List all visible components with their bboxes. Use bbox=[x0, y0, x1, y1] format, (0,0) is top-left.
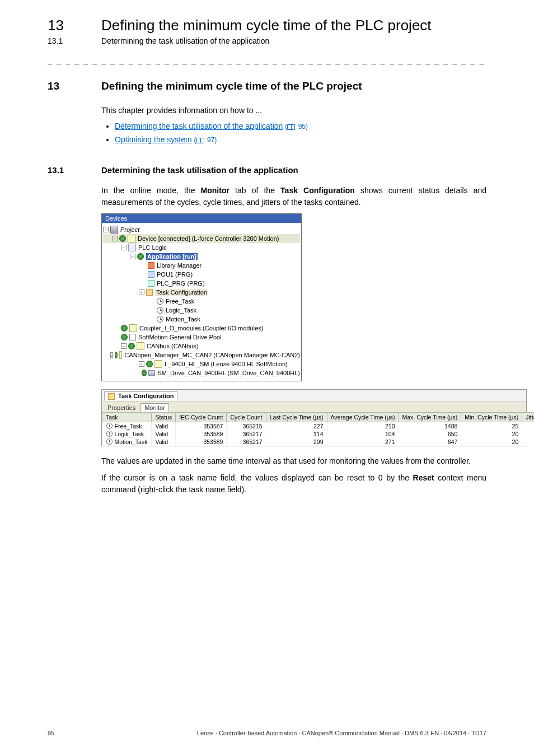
sub-section-title: Determining the task utilisation of the … bbox=[101, 165, 298, 175]
bullet-link[interactable]: Determining the task utilisation of the … bbox=[115, 122, 283, 130]
devices-panel-title: Devices bbox=[102, 214, 301, 223]
header-chapter-number: 13 bbox=[48, 17, 101, 34]
tree-toggle-icon[interactable]: - bbox=[139, 361, 144, 367]
col-iec[interactable]: IEC-Cycle Count bbox=[176, 412, 227, 422]
gear-icon bbox=[115, 352, 118, 358]
table-row[interactable]: Motion_Task Valid 353589 365217 299 271 … bbox=[102, 438, 535, 446]
tree-row-sm-drive[interactable]: SM_Drive_CAN_9400HL (SM_Drive_CAN_9400HL… bbox=[103, 368, 300, 377]
page-ref[interactable]: ( 97) bbox=[194, 136, 217, 144]
tree-row-canopen-mgr[interactable]: -CANopen_Manager_MC_CAN2 (CANopen Manage… bbox=[103, 351, 300, 360]
gear-icon bbox=[119, 235, 126, 242]
col-task[interactable]: Task bbox=[102, 412, 152, 422]
tab-monitor[interactable]: Monitor bbox=[140, 403, 169, 412]
tree-row-task-config[interactable]: -Task Configuration bbox=[103, 288, 300, 297]
tree-row-plc-logic[interactable]: -PLC Logic bbox=[103, 243, 300, 252]
tree-row-free-task[interactable]: Free_Task bbox=[103, 297, 300, 306]
header-sub-number: 13.1 bbox=[48, 36, 101, 45]
col-last[interactable]: Last Cycle Time (µs) bbox=[266, 412, 327, 422]
tree-row-device[interactable]: -Device [connected] (L-force Controller … bbox=[103, 234, 300, 243]
cell-avg: 271 bbox=[327, 438, 399, 446]
tree-toggle-icon[interactable]: - bbox=[130, 254, 135, 259]
cell-max: 647 bbox=[399, 438, 461, 446]
tree-row-application[interactable]: -Application [run] bbox=[103, 252, 300, 261]
tree-label: CANopen_Manager_MC_CAN2 (CANopen Manager… bbox=[124, 352, 300, 358]
cell-text: Logik_Task bbox=[115, 431, 144, 437]
cell-jitter: 2 bbox=[522, 422, 534, 430]
task-icon bbox=[106, 423, 113, 429]
col-jitter[interactable]: Jitter (µs) bbox=[522, 412, 534, 422]
tree-row-logic-task[interactable]: Logic_Task bbox=[103, 306, 300, 315]
tree-row-pou1[interactable]: POU1 (PRG) bbox=[103, 270, 300, 279]
device-tree[interactable]: -Project -Device [connected] (L-force Co… bbox=[102, 223, 301, 381]
cell-task[interactable]: Motion_Task bbox=[102, 438, 152, 446]
cell-status: Valid bbox=[152, 438, 176, 446]
cell-cycle: 365217 bbox=[227, 430, 266, 438]
tree-toggle-icon[interactable]: - bbox=[121, 343, 127, 349]
tree-row-library[interactable]: Library Manager bbox=[103, 261, 300, 270]
tree-row-softmotion[interactable]: SoftMotion General Drive Pool bbox=[103, 333, 300, 342]
tree-toggle-icon[interactable]: - bbox=[121, 245, 127, 250]
table-header-row: Task Status IEC-Cycle Count Cycle Count … bbox=[102, 412, 535, 422]
canopen-icon bbox=[119, 351, 122, 359]
tree-row-coupler[interactable]: Coupler_I_O_modules (Coupler I/O modules… bbox=[103, 324, 300, 333]
table-row[interactable]: Logik_Task Valid 353589 365217 114 104 6… bbox=[102, 430, 535, 438]
text-bold: Reset bbox=[413, 473, 434, 482]
table-row[interactable]: Free_Task Valid 353587 365215 227 210 14… bbox=[102, 422, 535, 430]
cell-last: 114 bbox=[266, 430, 327, 438]
page-ref[interactable]: ( 95) bbox=[285, 123, 308, 130]
bullet-link[interactable]: Optimising the system bbox=[115, 135, 192, 144]
tree-toggle-icon[interactable]: - bbox=[103, 227, 109, 232]
gear-icon bbox=[142, 370, 147, 376]
cell-status: Valid bbox=[152, 430, 176, 438]
cell-jitter: -2 bbox=[522, 438, 534, 446]
col-min[interactable]: Min. Cycle Time (µs) bbox=[461, 412, 522, 422]
sub-section-heading: 13.1 Determining the task utilisation of… bbox=[48, 165, 486, 175]
cell-iec: 353589 bbox=[176, 438, 227, 446]
tree-toggle-icon[interactable]: - bbox=[112, 236, 118, 241]
book-icon bbox=[287, 124, 295, 130]
tree-row-project[interactable]: -Project bbox=[103, 225, 300, 234]
task-icon bbox=[157, 298, 163, 305]
page-footer: 95 Lenze · Controller-based Automation ·… bbox=[48, 730, 486, 736]
task-config-title: Task Configuration bbox=[118, 393, 174, 399]
tree-row-motion-task[interactable]: Motion_Task bbox=[103, 315, 300, 324]
task-config-icon bbox=[146, 289, 153, 296]
cell-min: 25 bbox=[461, 422, 522, 430]
task-config-tabrow: Properties Monitor bbox=[102, 401, 526, 412]
tree-row-l9400[interactable]: -L_9400_HL_SM (Lenze 9400 HL SoftMotion) bbox=[103, 360, 300, 368]
bullet-item: Determining the task utilisation of the … bbox=[115, 122, 486, 130]
section-title: Defining the minimum cycle time of the P… bbox=[101, 80, 362, 92]
tree-label: SoftMotion General Drive Pool bbox=[138, 334, 222, 340]
col-max[interactable]: Max. Cycle Time (µs) bbox=[399, 412, 461, 422]
task-icon bbox=[106, 431, 113, 437]
tree-toggle-icon[interactable]: - bbox=[139, 290, 144, 295]
cell-status: Valid bbox=[152, 422, 176, 430]
cell-avg: 210 bbox=[327, 422, 399, 430]
tree-toggle-icon[interactable]: - bbox=[110, 352, 113, 358]
tree-row-canbus[interactable]: -CANbus (CANbus) bbox=[103, 342, 300, 351]
cell-task[interactable]: Free_Task bbox=[102, 422, 152, 430]
col-status[interactable]: Status bbox=[152, 412, 176, 422]
task-config-tab[interactable]: Task Configuration bbox=[104, 391, 177, 400]
paragraph: In the online mode, the Monitor tab of t… bbox=[101, 185, 486, 208]
tree-row-plc-prg[interactable]: PLC_PRG (PRG) bbox=[103, 279, 300, 288]
drive-icon bbox=[154, 360, 162, 368]
cell-iec: 353589 bbox=[176, 430, 227, 438]
header-chapter-title: Defining the minimum cycle time of the P… bbox=[101, 17, 432, 34]
tab-properties[interactable]: Properties bbox=[104, 404, 139, 412]
section-intro: This chapter provides information on how… bbox=[101, 105, 486, 116]
tree-label: Free_Task bbox=[166, 298, 194, 305]
task-monitor-table: Task Status IEC-Cycle Count Cycle Count … bbox=[102, 412, 534, 446]
col-avg[interactable]: Average Cycle Time (µs) bbox=[327, 412, 399, 422]
gear-icon bbox=[121, 325, 128, 332]
cell-task[interactable]: Logik_Task bbox=[102, 430, 152, 438]
text-bold: Task Configuration bbox=[280, 186, 355, 195]
pool-icon bbox=[129, 334, 136, 340]
tree-label: Coupler_I_O_modules (Coupler I/O modules… bbox=[139, 325, 263, 332]
page-header: 13 Defining the minimum cycle time of th… bbox=[48, 17, 486, 34]
page-sub-header: 13.1 Determining the task utilisation of… bbox=[48, 36, 486, 45]
col-cycle[interactable]: Cycle Count bbox=[227, 412, 266, 422]
cell-max: 1488 bbox=[399, 422, 461, 430]
tree-label: Application [run] bbox=[146, 253, 198, 260]
cell-min: 20 bbox=[461, 430, 522, 438]
